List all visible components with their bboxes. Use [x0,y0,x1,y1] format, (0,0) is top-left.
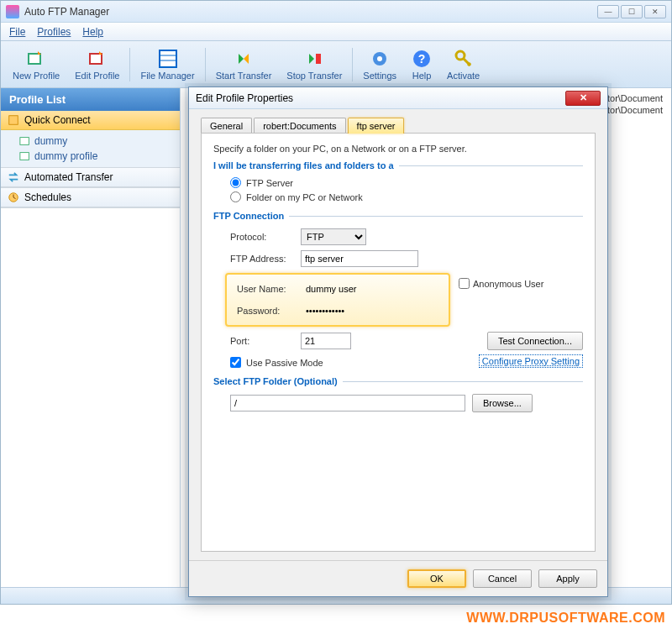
ftp-address-input[interactable] [301,250,418,267]
dialog-close-button[interactable]: ✕ [565,91,601,106]
ok-button[interactable]: OK [407,569,466,588]
sidebar-automated-transfer[interactable]: Automated Transfer [1,168,180,187]
svg-rect-13 [20,153,29,160]
group-destination: I will be transferring files and folders… [213,160,583,170]
protocol-select[interactable]: FTP [301,228,366,245]
ftp-address-label: FTP Address: [230,254,294,264]
passive-mode-checkbox[interactable] [230,357,241,368]
dialog-titlebar: Edit Profile Properties ✕ [189,87,607,109]
port-label: Port: [230,336,294,346]
app-icon [6,5,19,18]
configure-proxy-link[interactable]: Configure Proxy Setting [479,354,583,368]
edit-profile-button[interactable]: Edit Profile [68,47,126,82]
port-input[interactable] [301,333,351,349]
window-title: Auto FTP Manager [24,6,597,18]
radio-folder-label: Folder on my PC or Network [246,192,363,202]
toolbar-separator [352,48,353,81]
sidebar-header: Profile List [1,88,180,111]
transfer-icon [8,171,19,183]
menu-help[interactable]: Help [82,26,103,38]
protocol-label: Protocol: [230,232,294,242]
close-button[interactable]: ✕ [644,5,666,18]
menubar: File Profiles Help [1,23,671,41]
svg-rect-1 [90,54,102,64]
edit-profile-icon [87,49,108,69]
help-icon: ? [412,49,432,69]
svg-rect-0 [29,54,40,64]
settings-button[interactable]: Settings [356,47,403,82]
tab-panel: Specify a folder on your PC, on a Networ… [201,133,596,552]
anonymous-checkbox[interactable] [459,278,470,289]
file-manager-button[interactable]: File Manager [134,47,201,82]
passive-mode-label: Use Passive Mode [246,358,323,368]
watermark: WWW.DRPUSOFTWARE.COM [466,611,665,626]
gear-icon [370,49,390,69]
radio-ftp-label: FTP Server [246,178,293,188]
help-button[interactable]: ? Help [405,47,438,82]
dialog-footer: OK Cancel Apply [189,560,607,596]
stop-transfer-button[interactable]: Stop Transfer [280,47,349,82]
edit-profile-dialog: Edit Profile Properties ✕ General robert… [188,86,608,597]
profile-icon [19,150,31,162]
radio-local-folder[interactable] [230,191,241,202]
username-input[interactable] [302,280,428,297]
svg-rect-5 [316,54,321,64]
svg-rect-12 [20,138,29,145]
maximize-button[interactable]: ☐ [621,5,643,18]
description-text: Specify a folder on your PC, on a Networ… [213,144,583,154]
tab-robert-documents[interactable]: robert:Documents [254,118,345,134]
group-ftp-folder: Select FTP Folder (Optional) [213,376,583,386]
apply-button[interactable]: Apply [538,569,597,588]
menu-file[interactable]: File [9,26,25,38]
sidebar-schedules[interactable]: Schedules [1,188,180,207]
connect-icon [8,114,19,126]
activate-button[interactable]: Activate [440,47,486,82]
sidebar-quick-connect[interactable]: Quick Connect [1,111,180,130]
username-label: User Name: [237,284,296,294]
svg-text:?: ? [418,52,426,66]
test-connection-button[interactable]: Test Connection... [487,332,583,350]
new-profile-icon [26,49,46,69]
sidebar: Profile List Quick Connect dummy dummy p… [1,88,181,587]
toolbar-separator [205,48,206,81]
ftp-folder-input[interactable] [230,395,465,411]
titlebar: Auto FTP Manager — ☐ ✕ [1,1,671,23]
dialog-title: Edit Profile Properties [196,92,565,104]
start-transfer-button[interactable]: Start Transfer [209,47,279,82]
anonymous-label: Anonymous User [473,279,543,289]
toolbar: New Profile Edit Profile File Manager St… [1,41,671,88]
menu-profiles[interactable]: Profiles [37,26,71,38]
minimize-button[interactable]: — [597,5,619,18]
svg-point-7 [377,56,382,61]
file-manager-icon [158,49,178,69]
tab-strip: General robert:Documents ftp server [201,118,596,134]
key-icon [454,49,474,69]
radio-ftp-server[interactable] [230,177,241,188]
svg-rect-11 [9,116,18,125]
password-input[interactable] [302,302,428,319]
sidebar-item-dummy-profile[interactable]: dummy profile [1,149,180,164]
stop-transfer-icon [304,49,324,69]
sidebar-item-dummy[interactable]: dummy [1,134,180,149]
group-ftp-connection: FTP Connection [213,211,583,221]
start-transfer-icon [234,49,254,69]
tab-general[interactable]: General [201,118,252,134]
browse-button[interactable]: Browse... [472,394,533,412]
toolbar-separator [129,48,130,81]
new-profile-button[interactable]: New Profile [6,47,66,82]
credentials-box: User Name: Password: [225,273,450,327]
clock-icon [8,191,19,203]
tab-ftp-server[interactable]: ftp server [348,118,405,134]
cancel-button[interactable]: Cancel [473,569,532,588]
password-label: Password: [237,306,296,316]
svg-rect-2 [160,50,176,67]
profile-icon [19,135,31,147]
